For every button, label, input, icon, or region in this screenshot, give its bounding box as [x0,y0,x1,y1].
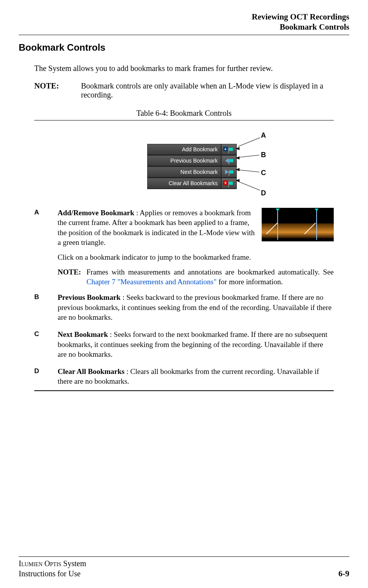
footer-brand-1: Ilumien [19,559,42,568]
def-letter-b: B [34,292,58,327]
toolbar-label-add: Add Bookmark [147,144,221,155]
toolbar-label-prev: Previous Bookmark [147,155,221,166]
footer-left: Ilumien Optis System Instructions for Us… [19,558,86,579]
def-a-sub-post: for more information. [217,278,283,286]
def-a-sub-text: Frames with measurements and annotations… [86,267,334,287]
def-a-p2: Click on a bookmark indicator to jump to… [58,252,334,262]
footer-doc-title: Instructions for Use [19,569,86,579]
def-a-sub-label: NOTE: [58,267,86,287]
def-d-p: Clear All Bookmarks : Clears all bookmar… [58,367,334,386]
def-a-sub-pre: Frames with measurements and annotations… [86,268,334,276]
header-line-2: Bookmark Controls [19,22,349,32]
def-b-title: Previous Bookmark [58,293,121,301]
toolbar-row-clear: Clear All Bookmarks x [147,178,237,189]
definition-b: B Previous Bookmark : Seeks backward to … [34,292,334,327]
header-line-1: Reviewing OCT Recordings [19,12,349,22]
def-a-subnote: NOTE: Frames with measurements and annot… [58,267,334,287]
note-text: Bookmark controls are only available whe… [81,81,349,99]
def-a-title: Add/Remove Bookmark [58,209,134,217]
table-rule-bottom [34,390,334,391]
toolbar-label-clear: Clear All Bookmarks [147,178,221,189]
toolbar-row-next: Next Bookmark [147,166,237,178]
callout-line-b [238,155,259,158]
footer-rule [19,556,349,557]
bookmark-marker-icon [277,209,278,240]
figure-bookmark-toolbar: Add Bookmark + Previous Bookmark Next Bo… [34,131,334,205]
def-letter-c: C [34,329,58,364]
header-rule [19,35,349,35]
toolbar-row-prev: Previous Bookmark [147,155,237,166]
note-label: NOTE: [34,81,81,99]
intro-paragraph: The System allows you to add bookmarks t… [34,64,349,73]
toolbar-row-add: Add Bookmark + [147,144,237,155]
callout-letter-d: D [261,189,266,197]
bookmark-toolbar: Add Bookmark + Previous Bookmark Next Bo… [147,144,237,189]
callout-letter-c: C [261,169,266,177]
next-bookmark-icon [221,166,237,177]
footer-brand-2: Optis [42,559,61,568]
chapter-7-link[interactable]: Chapter 7 "Measurements and Annotations" [86,278,217,286]
def-letter-a: A [34,208,58,290]
def-c-title: Next Bookmark [58,330,108,338]
running-header: Reviewing OCT Recordings Bookmark Contro… [19,12,349,32]
definition-d: D Clear All Bookmarks : Clears all bookm… [34,367,334,388]
callout-letter-b: B [261,151,266,159]
callout-letter-a: A [261,131,266,140]
page-footer: Ilumien Optis System Instructions for Us… [19,556,349,579]
previous-bookmark-icon [221,155,237,166]
callout-line-d [238,181,260,190]
definition-c: C Next Bookmark : Seeks forward to the n… [34,329,334,364]
definition-list: A Add/Remove Bookmark : Applies or remov… [34,208,334,388]
table-caption: Table 6-4: Bookmark Controls [19,109,349,118]
def-b-p: Previous Bookmark : Seeks backward to th… [58,292,334,322]
table-rule-top [34,120,334,120]
callout-line-c [238,170,259,172]
note-block: NOTE: Bookmark controls are only availab… [34,81,349,99]
definition-a: A Add/Remove Bookmark : Applies or remov… [34,208,334,290]
callout-line-a [238,137,260,146]
footer-brand-3: System [61,559,86,568]
section-title: Bookmark Controls [19,42,349,53]
toolbar-label-next: Next Bookmark [147,166,221,177]
def-d-title: Clear All Bookmarks [58,367,125,375]
callout-arrow-c [236,168,239,171]
def-c-p: Next Bookmark : Seeks forward to the nex… [58,329,334,360]
clear-bookmarks-icon: x [221,178,237,189]
callout-arrow-b [236,156,239,159]
callout-arrow-a [236,147,239,150]
page-number: 6-9 [338,569,349,579]
lmode-thumbnail [262,208,334,241]
callout-arrow-d [236,179,239,182]
bookmark-marker-icon [316,209,317,240]
add-bookmark-icon: + [221,144,237,155]
def-letter-d: D [34,367,58,388]
